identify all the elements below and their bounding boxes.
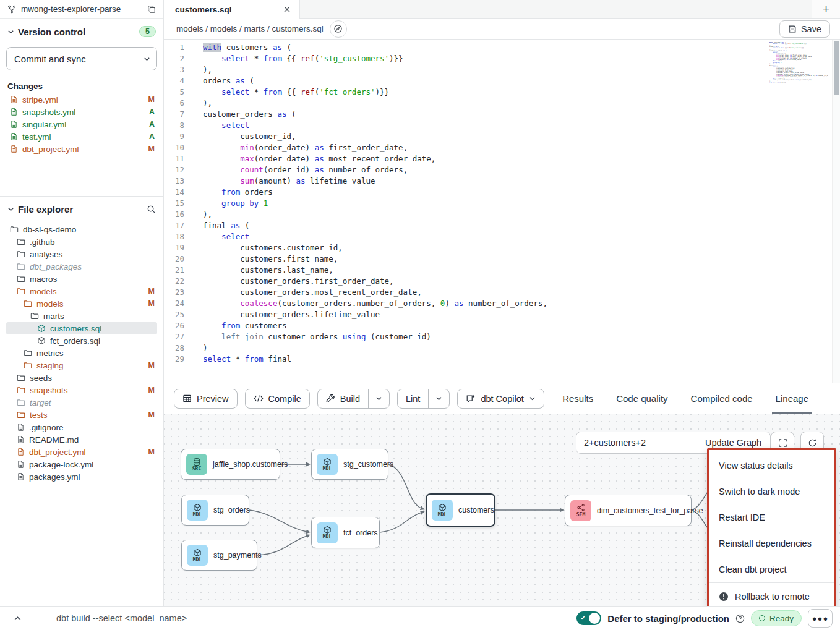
folder-icon: [17, 262, 25, 271]
new-tab-button[interactable]: +: [812, 0, 840, 18]
file-icon: [17, 423, 25, 432]
tree-item-customers.sql[interactable]: customers.sql: [6, 322, 157, 334]
lineage-selector-input[interactable]: [576, 432, 696, 453]
menu-item-restart-ide[interactable]: Restart IDE: [709, 504, 834, 530]
save-icon: [788, 25, 797, 33]
search-icon[interactable]: [147, 205, 156, 214]
lint-button[interactable]: Lint: [398, 389, 428, 408]
tree-item-tests[interactable]: testsM: [6, 409, 157, 421]
lint-button-group: Lint: [397, 389, 450, 409]
mdl-badge: MDL: [317, 522, 338, 543]
folder-icon: [10, 225, 19, 234]
lineage-node-fct_orders[interactable]: MDLfct_orders: [311, 517, 380, 548]
code-editor[interactable]: 1with customers as (2 select * from {{ r…: [164, 40, 840, 383]
menu-item-switch-to-dark-mode[interactable]: Switch to dark mode: [709, 479, 834, 504]
build-options-caret[interactable]: [368, 389, 389, 408]
dbt-copilot-button[interactable]: dbt Copilot: [457, 389, 544, 409]
command-input[interactable]: [35, 607, 576, 630]
change-row-test.yml[interactable]: test.ymlA: [6, 130, 157, 143]
change-row-snapshots.yml[interactable]: snapshots.ymlA: [6, 106, 157, 118]
tree-item-dbt_packages[interactable]: dbt_packages: [6, 260, 157, 273]
file-explorer-title: File explorer: [18, 204, 143, 215]
main-panel: customers.sql + models / models / marts …: [164, 0, 840, 606]
tree-item-seeds[interactable]: seeds: [6, 372, 157, 384]
defer-toggle[interactable]: ✓: [576, 611, 601, 625]
mdl-badge: MDL: [187, 545, 208, 566]
commit-and-sync-button[interactable]: Commit and sync: [6, 47, 157, 70]
rollback-label: Rollback to remote: [735, 592, 810, 602]
tree-item-staging[interactable]: stagingM: [6, 359, 157, 372]
compile-button[interactable]: Compile: [245, 389, 310, 409]
chevron-down-icon[interactable]: [7, 206, 14, 213]
ide-options-menu: View status detailsSwitch to dark modeRe…: [707, 448, 836, 606]
change-row-singular.yml[interactable]: singular.ymlA: [6, 118, 157, 130]
tree-item-.gitignore[interactable]: .gitignore: [6, 421, 157, 433]
tree-item-macros[interactable]: macros: [6, 273, 157, 285]
tree-item-target[interactable]: target: [6, 396, 157, 409]
tree-item-analyses[interactable]: analyses: [6, 248, 157, 260]
tab-customers-sql[interactable]: customers.sql: [164, 0, 300, 19]
file-icon: [10, 145, 18, 153]
mdl-badge: MDL: [432, 500, 453, 521]
help-circle-icon[interactable]: [735, 614, 745, 623]
lint-options-caret[interactable]: [428, 389, 449, 408]
menu-item-clean-dbt-project[interactable]: Clean dbt project: [709, 556, 834, 582]
lineage-node-stg_customers[interactable]: MDLstg_customers: [311, 449, 388, 480]
ready-label: Ready: [769, 614, 794, 623]
chevron-down-icon[interactable]: [7, 28, 14, 35]
build-button[interactable]: Build: [318, 389, 368, 408]
panel-tabs: ResultsCode qualityCompiled codeLineage: [561, 383, 830, 414]
preview-button[interactable]: Preview: [174, 389, 238, 409]
compile-label: Compile: [268, 394, 301, 404]
mdl-badge: MDL: [317, 454, 338, 475]
menu-item-rollback-to-remote[interactable]: Rollback to remote: [709, 583, 834, 606]
tree-item-metrics[interactable]: metrics: [6, 347, 157, 359]
git-branch-icon: [7, 5, 16, 14]
editor-scrollbar[interactable]: [832, 40, 840, 383]
lineage-node-stg_orders[interactable]: MDLstg_orders: [181, 495, 249, 526]
breadcrumb: models / models / marts / customers.sql: [176, 24, 324, 33]
folder-icon: [17, 237, 25, 246]
ide-app: mwong-test-explorer-parse Version contro…: [0, 0, 840, 606]
project-header: mwong-test-explorer-parse: [0, 0, 163, 19]
tree-item-snapshots[interactable]: snapshotsM: [6, 384, 157, 396]
panel-tab-compiled-code[interactable]: Compiled code: [690, 383, 754, 414]
build-button-group: Build: [317, 389, 390, 409]
panel-tab-results[interactable]: Results: [561, 383, 594, 414]
panel-tab-code-quality[interactable]: Code quality: [615, 383, 669, 414]
change-row-stripe.yml[interactable]: stripe.ymlM: [6, 93, 157, 106]
lineage-node-jaffle_shop.customers[interactable]: SRCjaffle_shop.customers: [181, 449, 280, 480]
lineage-node-dim_customers_test_for_parse[interactable]: SEMdim_customers_test_for_parse: [565, 495, 692, 526]
scrollbar-thumb[interactable]: [834, 41, 839, 95]
more-options-button[interactable]: ●●●: [808, 609, 833, 628]
copy-icon[interactable]: [147, 5, 156, 14]
panel-tab-lineage[interactable]: Lineage: [774, 383, 810, 414]
menu-item-view-status-details[interactable]: View status details: [709, 453, 834, 479]
tree-item-fct_orders.sql[interactable]: fct_orders.sql: [6, 334, 157, 347]
tabbar-rest: +: [300, 0, 840, 18]
tree-item-marts[interactable]: marts: [6, 310, 157, 322]
lineage-node-stg_payments[interactable]: MDLstg_payments: [181, 540, 257, 571]
tree-item-README.md[interactable]: README.md: [6, 433, 157, 446]
lineage-node-customers[interactable]: MDLcustomers: [426, 493, 495, 527]
tree-item-models[interactable]: modelsM: [6, 297, 157, 310]
change-row-dbt_project.yml[interactable]: dbt_project.ymlM: [6, 143, 157, 155]
save-button[interactable]: Save: [779, 20, 830, 38]
chevron-up-icon[interactable]: [0, 607, 35, 630]
commit-options-caret[interactable]: [137, 48, 156, 70]
tree-item-db-sl-qs-demo[interactable]: db-sl-qs-demo: [6, 223, 157, 236]
lineage-canvas: SRCjaffle_shop.customersMDLstg_customers…: [164, 414, 840, 606]
folder-icon: [17, 373, 25, 382]
folder-icon: [17, 287, 25, 296]
tree-item-dbt_project.yml[interactable]: dbt_project.ymlM: [6, 446, 157, 458]
tree-item-.github[interactable]: .github: [6, 236, 157, 248]
close-icon[interactable]: [283, 6, 291, 13]
tree-item-packages.yml[interactable]: packages.yml: [6, 470, 157, 483]
tree-item-models[interactable]: modelsM: [6, 285, 157, 297]
action-toolbar: Preview Compile Build: [164, 383, 840, 414]
tree-item-package-lock.yml[interactable]: package-lock.yml: [6, 458, 157, 470]
explorer-compass-icon[interactable]: [330, 20, 347, 38]
table-icon: [182, 394, 192, 403]
menu-item-reinstall-dependencies[interactable]: Reinstall dependencies: [709, 530, 834, 556]
folder-icon: [30, 312, 39, 320]
